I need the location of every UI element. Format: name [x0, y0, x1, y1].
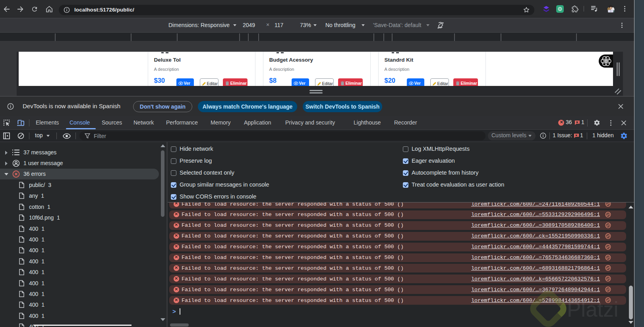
svg-text:Platzi: Platzi [567, 298, 619, 321]
